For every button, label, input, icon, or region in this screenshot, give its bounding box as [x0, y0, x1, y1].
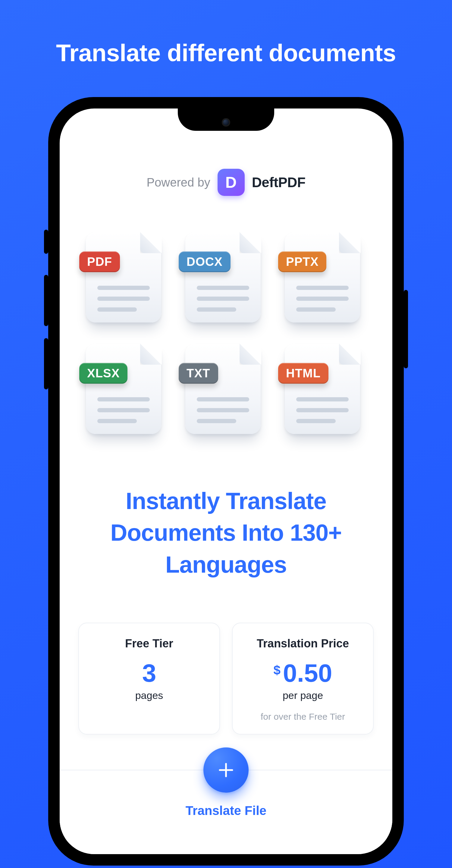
- document-lines-icon: [296, 286, 349, 312]
- card-title: Translation Price: [242, 637, 364, 650]
- phone-side-button: [404, 290, 408, 368]
- headline: Instantly Translate Documents Into 130+ …: [60, 485, 392, 581]
- pricing-cards: Free Tier 3 pages Translation Price $ 0.…: [60, 623, 392, 735]
- currency-symbol: $: [273, 663, 281, 678]
- brand-name: DeftPDF: [252, 174, 305, 190]
- price-card: Translation Price $ 0.50 per page for ov…: [232, 623, 374, 735]
- phone-side-button: [44, 338, 48, 390]
- card-value: 3: [88, 658, 210, 688]
- card-unit: per page: [242, 689, 364, 701]
- card-title: Free Tier: [88, 637, 210, 650]
- plus-icon: [217, 761, 235, 779]
- translate-file-button[interactable]: [203, 747, 249, 793]
- document-lines-icon: [97, 286, 150, 312]
- document-lines-icon: [197, 397, 249, 423]
- document-lines-icon: [97, 397, 150, 423]
- translate-file-label[interactable]: Translate File: [186, 804, 266, 818]
- card-fine-print: for over the Free Tier: [242, 712, 364, 722]
- file-type-pdf: PDF: [86, 232, 161, 322]
- file-type-badge: DOCX: [179, 251, 230, 272]
- file-type-pptx: PPTX: [285, 232, 360, 322]
- bottom-bar: Translate File: [60, 770, 392, 854]
- phone-frame: Powered by D DeftPDF PDF DOCX PPTX: [48, 97, 404, 866]
- phone-side-button: [44, 230, 48, 254]
- file-type-txt: TXT: [185, 344, 261, 434]
- free-tier-card: Free Tier 3 pages: [78, 623, 220, 735]
- phone-notch: [178, 108, 274, 131]
- file-type-html: HTML: [285, 344, 360, 434]
- document-lines-icon: [296, 397, 349, 423]
- phone-side-button: [44, 275, 48, 326]
- camera-icon: [222, 118, 230, 127]
- document-lines-icon: [197, 286, 249, 312]
- powered-by-label: Powered by: [147, 176, 210, 189]
- deftpdf-logo-icon: D: [218, 169, 245, 196]
- file-type-badge: PDF: [79, 251, 120, 272]
- card-value: $ 0.50: [242, 658, 364, 688]
- file-type-badge: XLSX: [79, 363, 127, 384]
- powered-by-row: Powered by D DeftPDF: [147, 169, 305, 196]
- file-type-xlsx: XLSX: [86, 344, 161, 434]
- card-unit: pages: [88, 689, 210, 701]
- file-type-docx: DOCX: [185, 232, 261, 322]
- file-type-badge: PPTX: [278, 251, 326, 272]
- file-type-grid: PDF DOCX PPTX XLSX TXT: [86, 232, 366, 440]
- file-type-badge: HTML: [278, 363, 328, 384]
- file-type-badge: TXT: [179, 363, 218, 384]
- page-title: Translate different documents: [56, 39, 396, 67]
- phone-screen: Powered by D DeftPDF PDF DOCX PPTX: [60, 108, 392, 854]
